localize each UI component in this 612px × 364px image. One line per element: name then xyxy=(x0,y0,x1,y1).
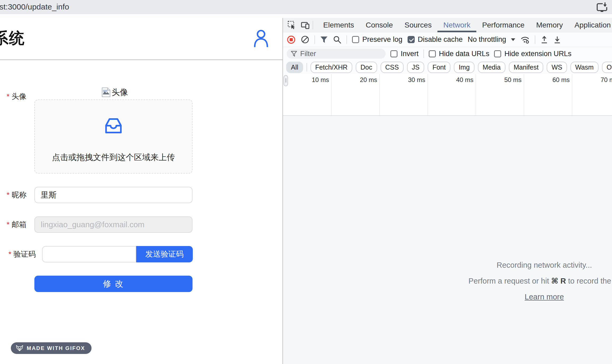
broken-avatar-image: 头像 xyxy=(101,87,128,98)
email-label: *邮箱 xyxy=(7,220,26,230)
import-har-icon[interactable] xyxy=(540,35,548,44)
captcha-input[interactable] xyxy=(42,246,136,262)
clear-network-log-icon[interactable] xyxy=(301,35,309,44)
hide-extension-urls-control: Hide extension URLs xyxy=(494,50,572,58)
user-avatar-icon[interactable] xyxy=(253,29,270,48)
network-overview-timeline[interactable]: 10 ms20 ms30 ms40 ms50 ms60 ms70 ms xyxy=(283,74,612,116)
preserve-log-control: Preserve log xyxy=(352,35,403,44)
devtools-tab[interactable]: Memory xyxy=(530,18,569,32)
web-page: 系统 头像 *头像 xyxy=(0,18,282,364)
request-type-chips: AllFetch/XHRDocCSSJSFontImgMediaManifest… xyxy=(286,62,612,73)
screen: st:3000/update_info 系统 xyxy=(0,0,612,364)
devtools-tab[interactable]: Console xyxy=(360,18,399,32)
captcha-label: *验证码 xyxy=(8,249,36,259)
devtools-tab[interactable]: Application xyxy=(569,18,612,32)
timeline-tick: 20 ms xyxy=(332,74,380,115)
device-toolbar-icon[interactable] xyxy=(299,21,311,30)
invert-label[interactable]: Invert xyxy=(401,50,419,58)
filter-chip[interactable]: Manifest xyxy=(509,62,543,73)
nickname-input[interactable]: 里斯 xyxy=(34,187,193,203)
timeline-resize-handle[interactable] xyxy=(284,75,288,86)
hide-extension-urls-checkbox[interactable] xyxy=(494,50,501,57)
timeline-tick: 50 ms xyxy=(476,74,524,115)
network-conditions-icon[interactable] xyxy=(520,35,530,44)
network-requests-empty-area: Recording network activity... Perform a … xyxy=(283,116,612,364)
recording-title: Recording network activity... xyxy=(468,261,612,270)
timeline-tick: 70 ms xyxy=(572,74,612,115)
devtools-tab[interactable]: Elements xyxy=(317,18,360,32)
filter-chip[interactable]: Img xyxy=(454,62,474,73)
required-asterisk: * xyxy=(7,92,10,101)
disable-cache-control: Disable cache xyxy=(408,35,463,44)
timeline-tick: 40 ms xyxy=(428,74,476,115)
broken-image-icon xyxy=(101,87,111,97)
avatar-upload-dropzone[interactable]: 点击或拖拽文件到这个区域来上传 xyxy=(34,99,193,174)
url-text: st:3000/update_info xyxy=(0,2,69,11)
record-stop-icon[interactable] xyxy=(287,35,296,44)
filter-chip[interactable]: Doc xyxy=(356,62,377,73)
filter-chip[interactable]: Other xyxy=(602,62,612,73)
disable-cache-label[interactable]: Disable cache xyxy=(418,35,463,44)
devtools-tab[interactable]: Sources xyxy=(399,18,437,32)
filter-chip[interactable]: Fetch/XHR xyxy=(310,62,352,73)
divider xyxy=(307,63,307,71)
hide-data-urls-checkbox[interactable] xyxy=(429,50,436,57)
browser-address-bar[interactable]: st:3000/update_info xyxy=(0,0,612,14)
preserve-log-label[interactable]: Preserve log xyxy=(362,35,403,44)
throttling-value[interactable]: No throttling xyxy=(468,35,506,44)
email-field: lingxiao_guang@foxmail.com xyxy=(34,216,193,233)
devtools-tabs: ElementsConsoleSourcesNetworkPerformance… xyxy=(317,18,612,32)
preserve-log-checkbox[interactable] xyxy=(352,36,359,43)
install-page-icon[interactable] xyxy=(597,2,609,13)
filter-chip[interactable]: WS xyxy=(547,62,567,73)
export-har-icon[interactable] xyxy=(553,35,561,44)
timeline-tick: 60 ms xyxy=(524,74,572,115)
invert-control: Invert xyxy=(390,50,419,58)
timeline-tick: 30 ms xyxy=(380,74,428,115)
devtools-tabbar: ElementsConsoleSourcesNetworkPerformance… xyxy=(283,18,612,32)
invert-checkbox[interactable] xyxy=(390,50,398,57)
divider xyxy=(346,35,347,44)
filter-chip[interactable]: All xyxy=(286,62,303,73)
filter-input[interactable]: Filter xyxy=(287,49,386,59)
page-title: 系统 xyxy=(0,28,25,49)
send-captcha-button[interactable]: 发送验证码 xyxy=(136,246,193,262)
upload-hint-text: 点击或拖拽文件到这个区域来上传 xyxy=(35,152,192,163)
divider xyxy=(535,35,535,44)
devtools-tab[interactable]: Network xyxy=(437,18,476,32)
hide-data-urls-label[interactable]: Hide data URLs xyxy=(439,50,490,58)
window-gap xyxy=(0,14,612,18)
search-icon[interactable] xyxy=(333,35,341,44)
hide-extension-urls-label[interactable]: Hide extension URLs xyxy=(504,50,572,58)
filter-chip[interactable]: CSS xyxy=(381,62,404,73)
filter-icon[interactable] xyxy=(320,36,328,43)
devtools-tab[interactable]: Performance xyxy=(476,18,530,32)
hide-data-urls-control: Hide data URLs xyxy=(429,50,490,58)
recording-hint: Perform a request or hit ⌘ R to record t… xyxy=(468,276,612,285)
filter-chip[interactable]: Wasm xyxy=(570,62,599,73)
devtools-panel: ElementsConsoleSourcesNetworkPerformance… xyxy=(282,18,612,364)
inspect-element-icon[interactable] xyxy=(286,21,298,30)
disable-cache-checkbox[interactable] xyxy=(408,36,415,43)
recording-message: Recording network activity... Perform a … xyxy=(468,261,612,301)
filter-chip[interactable]: JS xyxy=(407,62,424,73)
divider xyxy=(423,49,424,58)
chevron-down-icon xyxy=(511,38,515,41)
nickname-label: *昵称 xyxy=(7,190,26,200)
timeline-tick: 10 ms xyxy=(283,74,332,115)
monitor-download-icon xyxy=(597,2,609,13)
filter-chip[interactable]: Media xyxy=(478,62,505,73)
learn-more-link[interactable]: Learn more xyxy=(525,293,564,301)
email-value: lingxiao_guang@foxmail.com xyxy=(41,220,144,229)
divider xyxy=(314,35,315,44)
filter-chip[interactable]: Font xyxy=(428,62,450,73)
filter-funnel-icon xyxy=(291,51,297,57)
throttling-select[interactable]: No throttling xyxy=(468,35,515,44)
fox-logo-icon xyxy=(16,344,24,352)
gifox-watermark-badge: MADE WITH GIFOX xyxy=(11,342,92,354)
submit-button[interactable]: 修 改 xyxy=(34,276,193,292)
network-filter-row: Filter Invert Hide data URLs Hide extens… xyxy=(283,47,612,60)
request-type-chips-row: AllFetch/XHRDocCSSJSFontImgMediaManifest… xyxy=(283,60,612,74)
filter-placeholder: Filter xyxy=(300,50,316,58)
badge-text: MADE WITH GIFOX xyxy=(27,345,85,351)
